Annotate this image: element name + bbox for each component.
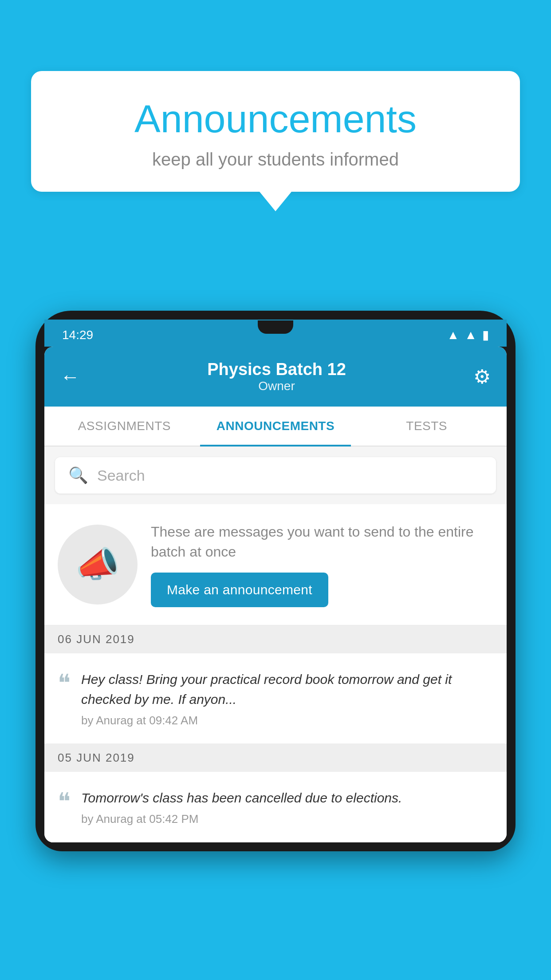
tab-announcements[interactable]: ANNOUNCEMENTS <box>200 407 351 446</box>
notch <box>258 320 293 334</box>
promo-content: These are messages you want to send to t… <box>151 522 493 607</box>
announcement-content-2: Tomorrow's class has been cancelled due … <box>81 788 493 826</box>
announcement-content-1: Hey class! Bring your practical record b… <box>81 669 493 727</box>
quote-icon-2: ❝ <box>58 790 71 814</box>
make-announcement-button[interactable]: Make an announcement <box>151 573 328 607</box>
status-time: 14:29 <box>62 328 93 342</box>
announcement-text-2: Tomorrow's class has been cancelled due … <box>81 788 493 808</box>
announcement-meta-1: by Anurag at 09:42 AM <box>81 714 493 727</box>
battery-icon: ▮ <box>482 328 489 342</box>
search-input[interactable]: Search <box>97 467 145 484</box>
app-bar-subtitle: Owner <box>207 379 346 393</box>
announcement-meta-2: by Anurag at 05:42 PM <box>81 812 493 826</box>
speech-bubble: Announcements keep all your students inf… <box>31 71 520 192</box>
back-button[interactable]: ← <box>60 366 80 388</box>
settings-icon[interactable]: ⚙ <box>473 365 491 388</box>
search-icon: 🔍 <box>68 466 88 485</box>
speech-bubble-tail <box>260 192 291 211</box>
announcement-item-1[interactable]: ❝ Hey class! Bring your practical record… <box>44 653 507 744</box>
megaphone-icon: 📣 <box>75 544 120 585</box>
wifi-icon: ▲ <box>447 328 460 342</box>
date-divider-2: 05 JUN 2019 <box>44 744 507 772</box>
promo-section: 📣 These are messages you want to send to… <box>44 504 507 625</box>
phone-screen: ← Physics Batch 12 Owner ⚙ ASSIGNMENTS A… <box>44 347 507 842</box>
promo-description: These are messages you want to send to t… <box>151 522 493 562</box>
promo-icon-circle: 📣 <box>58 525 138 605</box>
bubble-title: Announcements <box>58 98 493 141</box>
tab-tests[interactable]: TESTS <box>351 407 502 446</box>
search-section: 🔍 Search <box>44 447 507 504</box>
date-divider-1: 06 JUN 2019 <box>44 625 507 653</box>
quote-icon-1: ❝ <box>58 671 71 695</box>
tab-assignments[interactable]: ASSIGNMENTS <box>49 407 200 446</box>
tabs: ASSIGNMENTS ANNOUNCEMENTS TESTS <box>44 407 507 447</box>
announcement-text-1: Hey class! Bring your practical record b… <box>81 669 493 709</box>
search-bar[interactable]: 🔍 Search <box>55 457 496 494</box>
app-bar: ← Physics Batch 12 Owner ⚙ <box>44 347 507 407</box>
speech-bubble-section: Announcements keep all your students inf… <box>31 71 520 211</box>
signal-icon: ▲ <box>464 328 477 342</box>
announcement-item-2[interactable]: ❝ Tomorrow's class has been cancelled du… <box>44 772 507 842</box>
phone-mockup: 14:29 ▲ ▲ ▮ ← Physics Batch 12 Owner ⚙ A… <box>35 311 516 980</box>
app-bar-title: Physics Batch 12 <box>207 360 346 379</box>
app-bar-center: Physics Batch 12 Owner <box>207 360 346 393</box>
status-icons: ▲ ▲ ▮ <box>447 328 489 342</box>
bubble-subtitle: keep all your students informed <box>58 150 493 170</box>
phone-outer: 14:29 ▲ ▲ ▮ ← Physics Batch 12 Owner ⚙ A… <box>35 311 516 851</box>
